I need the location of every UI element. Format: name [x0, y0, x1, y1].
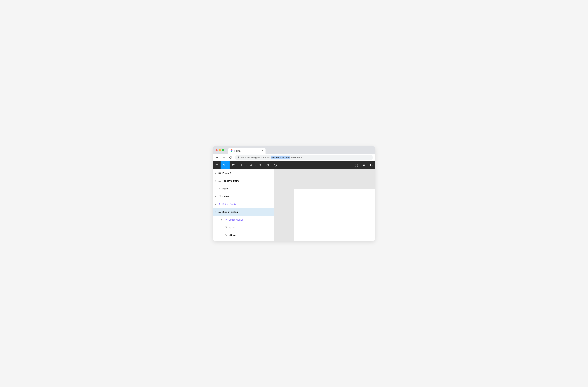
- svg-point-3: [355, 164, 356, 164]
- component-icon: [218, 203, 221, 206]
- frame-tool-button[interactable]: ▾: [230, 161, 239, 169]
- disclosure-triangle-open-icon[interactable]: ▼: [215, 211, 217, 213]
- canvas-frame[interactable]: [294, 189, 375, 241]
- svg-rect-9: [225, 227, 227, 228]
- url-file-id-selected: ABCDEFG12345: [271, 156, 290, 159]
- layer-row-hello[interactable]: Hello: [213, 185, 273, 193]
- layer-label: Button / active: [229, 218, 273, 221]
- lock-icon: [237, 156, 240, 159]
- new-tab-button[interactable]: ＋: [267, 148, 271, 152]
- layer-row-button-active-2[interactable]: ▶ Button / active: [213, 216, 273, 224]
- svg-rect-2: [355, 164, 357, 166]
- browser-tab-title: Figma: [234, 150, 240, 152]
- close-tab-button[interactable]: ✕: [261, 150, 263, 152]
- layer-row-ellipse-5[interactable]: Ellipse 5: [213, 231, 273, 239]
- close-window-button[interactable]: [215, 149, 218, 151]
- chevron-down-icon: ▾: [246, 164, 247, 166]
- layer-label: Button / active: [222, 203, 273, 206]
- components-button[interactable]: [353, 161, 360, 169]
- frame-icon: [218, 210, 221, 214]
- minimize-window-button[interactable]: [219, 149, 221, 151]
- layers-panel: ▶ Frame 1 ▶ Top-level frame Hello: [213, 169, 274, 241]
- svg-point-6: [357, 166, 357, 166]
- svg-rect-1: [241, 164, 243, 166]
- instance-icon: [224, 218, 227, 221]
- layer-label: Sign-in dialog: [222, 211, 273, 213]
- layer-label: Top-level frame: [222, 179, 273, 182]
- figma-workspace: ▶ Frame 1 ▶ Top-level frame Hello: [213, 169, 375, 241]
- chevron-down-icon: ▾: [255, 164, 256, 166]
- disclosure-triangle-icon[interactable]: ▶: [215, 195, 217, 197]
- svg-point-0: [231, 150, 232, 151]
- hand-tool-button[interactable]: [264, 161, 272, 169]
- text-tool-button[interactable]: [257, 161, 264, 169]
- chevron-down-icon: ▾: [228, 164, 229, 166]
- canvas[interactable]: [274, 169, 375, 241]
- assets-button[interactable]: [360, 161, 367, 169]
- url-suffix: /File-name: [291, 156, 303, 159]
- dark-mode-button[interactable]: [367, 161, 375, 169]
- figma-toolbar: ▾ ▾ ▾ ▾: [213, 161, 375, 169]
- chevron-down-icon: ▾: [237, 164, 238, 166]
- svg-rect-8: [219, 195, 221, 197]
- ellipse-icon: [224, 234, 227, 237]
- layer-row-labels[interactable]: ▶ Labels: [213, 193, 273, 200]
- comment-tool-button[interactable]: [272, 161, 279, 169]
- disclosure-triangle-icon[interactable]: ▶: [215, 203, 217, 205]
- layer-row-bg-red[interactable]: bg red: [213, 224, 273, 231]
- reload-button[interactable]: [228, 155, 233, 160]
- layer-label: Ellipse 5: [229, 234, 273, 236]
- layer-row-button-active-1[interactable]: ▶ Button / active: [213, 200, 273, 208]
- svg-point-4: [357, 164, 357, 164]
- address-bar[interactable]: https://www.figma.com/file/ABCDEFG12345/…: [235, 155, 373, 160]
- pen-tool-button[interactable]: ▾: [248, 161, 257, 169]
- layer-label: bg red: [229, 226, 273, 229]
- browser-toolbar: https://www.figma.com/file/ABCDEFG12345/…: [213, 154, 375, 161]
- figma-favicon-icon: [230, 150, 233, 152]
- browser-tab-strip: Figma ✕ ＋: [213, 146, 375, 154]
- forward-button[interactable]: [222, 155, 226, 160]
- browser-tab[interactable]: Figma ✕: [228, 148, 266, 154]
- layer-row-toplevel[interactable]: ▶ Top-level frame: [213, 177, 273, 185]
- layer-label: Labels: [222, 195, 273, 198]
- frame-icon: [218, 172, 221, 174]
- disclosure-triangle-icon[interactable]: ▶: [215, 172, 217, 174]
- disclosure-triangle-icon[interactable]: ▶: [215, 180, 217, 182]
- group-icon: [218, 195, 221, 198]
- text-icon: [218, 187, 221, 190]
- url-prefix: https://www.figma.com/file/: [241, 156, 270, 159]
- move-tool-button[interactable]: ▾: [221, 161, 230, 169]
- rectangle-icon: [224, 226, 227, 229]
- shape-tool-button[interactable]: ▾: [239, 161, 248, 169]
- main-menu-button[interactable]: [213, 161, 221, 169]
- window-controls: [215, 149, 224, 151]
- svg-point-10: [225, 235, 227, 236]
- browser-window: Figma ✕ ＋ https://www.figma.com/file/ABC…: [213, 146, 375, 241]
- maximize-window-button[interactable]: [222, 149, 224, 151]
- back-button[interactable]: [215, 155, 220, 160]
- layer-label: Hello: [222, 187, 273, 190]
- svg-point-5: [355, 166, 356, 166]
- frame-icon: [218, 179, 221, 182]
- layer-row-signin-dialog[interactable]: ▼ Sign-in dialog: [213, 208, 273, 216]
- layer-row-frame1[interactable]: ▶ Frame 1: [213, 169, 273, 177]
- disclosure-triangle-icon[interactable]: ▶: [221, 219, 223, 221]
- layer-label: Frame 1: [222, 172, 273, 174]
